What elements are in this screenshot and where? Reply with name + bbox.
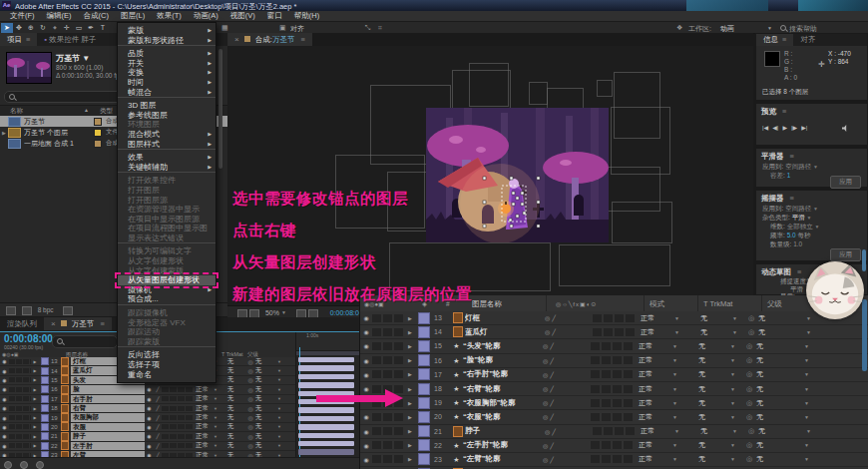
quality-icon[interactable]: ╱ [154,424,162,430]
layer-row[interactable]: ◉ ▶ 18 右臂 ◉ ╱ 正常 ▼ 无 ◎ 无 ▼ [0,404,295,413]
layer-name[interactable]: 衣服胸部 [71,413,145,421]
motionblur-toggle-icon[interactable] [36,461,44,469]
mode-dropdown-icon[interactable]: ▼ [672,371,684,377]
col-type[interactable]: 类型 [100,107,113,116]
context-menu-item[interactable]: 跟踪运动 ▶ [118,327,216,337]
eye-icon[interactable]: ◉ [0,443,9,449]
tab-align[interactable]: 对齐 [793,34,822,46]
layer-switches[interactable]: ◎╱ [543,371,591,378]
mask-tool-icon[interactable]: ▦ [221,24,228,32]
panel-menu-icon[interactable]: ≡ [26,35,30,44]
trkmat-value[interactable]: 无 [700,327,732,337]
context-menu-item[interactable]: 打开图层源 ▶ [118,196,216,206]
layer-bar[interactable] [298,416,354,421]
context-menu-item[interactable]: 开关 ▶ [118,59,216,69]
expander-icon[interactable]: ▶ [31,368,39,373]
layer-row[interactable]: ◉ ▶ 17 “右手肘”轮廓 ◎╱ 正常 ▼ 无 ▼ ◎ 无 ▼ [360,368,868,382]
sort-icon[interactable]: ▲ [84,107,89,113]
parent-value[interactable]: 无 [756,341,804,351]
eye-icon[interactable]: ◉ [360,342,372,349]
parent-value[interactable]: 无 [255,422,277,431]
context-menu-item[interactable]: 从矢量图层创建形状 ▶ [118,275,216,285]
transport-button[interactable]: ◀| [772,124,778,131]
parent-pickwhip-icon[interactable]: ◎ [245,358,255,365]
parent-value[interactable]: 无 [756,369,804,379]
context-menu-item[interactable]: 关键帧辅助 ▶ [118,163,216,174]
parent-value[interactable]: 无 [255,432,277,441]
label-color[interactable] [41,423,49,431]
layer-name[interactable]: “右手肘”轮廓 [463,369,543,379]
expander-icon[interactable]: ▶ [404,357,416,363]
switch-boxes[interactable] [162,387,194,392]
eye-icon[interactable]: ◉ [0,386,9,392]
switch-boxes[interactable] [162,434,194,439]
context-menu-item[interactable]: 重命名 ▶ [118,370,216,380]
layer-name[interactable]: “右臂”轮廓 [463,384,543,394]
tool-button[interactable]: ▭ [73,23,85,33]
folder-icon[interactable] [6,306,16,315]
trkmat-value[interactable]: 无 [227,375,245,384]
viewer-timecode[interactable]: 0:00:08:00 [330,309,363,316]
av-toggles[interactable] [9,443,31,448]
panel-menu-icon[interactable]: ≡ [782,107,786,116]
shy-icon[interactable]: ◉ [145,386,154,392]
parent-pickwhip-icon[interactable]: ◎ [245,376,255,383]
eye-icon[interactable]: ◉ [0,358,9,364]
parent-dropdown-icon[interactable]: ▼ [804,442,816,448]
layer-bar[interactable] [298,357,354,362]
col-mode[interactable]: 模式 [650,299,664,309]
parent-value[interactable]: 无 [756,412,804,422]
layer-bar[interactable] [298,407,354,412]
label-color[interactable] [418,312,430,324]
context-menu-item[interactable]: 变换 ▶ [118,68,216,78]
parent-value[interactable]: 无 [756,398,804,408]
layer-name[interactable]: “衣服胸部”轮廓 [463,398,543,408]
panel-menu-icon[interactable]: ≡ [782,35,786,44]
label-color[interactable] [41,442,49,450]
label-color[interactable] [41,376,49,384]
layer-row[interactable]: ◉ ▶ 20 “衣服”轮廓 ◎╱ 正常 ▼ 无 ▼ ◎ 无 ▼ [360,410,868,424]
transport-button[interactable]: ▶ [782,124,787,131]
parent-value[interactable]: 无 [758,426,806,436]
transport-button[interactable]: |◀ [762,124,768,131]
layer-name[interactable]: “左臂”轮廓 [463,454,543,464]
wiggler-apply-button[interactable]: 应用 [830,248,861,261]
quality-icon[interactable]: ╱ [154,386,162,392]
context-menu-item[interactable]: 图层样式 ▶ [118,140,216,151]
trkmat-value[interactable]: 无 [227,422,245,431]
context-menu-item[interactable]: 在资源管理器中显示 ▶ [118,205,216,215]
blend-mode[interactable]: 正常 [635,369,672,379]
switch-boxes[interactable] [162,396,194,401]
mode-dropdown-icon[interactable]: ▼ [672,357,684,363]
blend-mode[interactable]: 正常 [194,441,214,450]
parent-dropdown-icon[interactable]: ▼ [806,315,818,321]
parent-dropdown-icon[interactable]: ▼ [804,386,816,392]
parent-pickwhip-icon[interactable]: ◎ [245,386,255,393]
mode-dropdown-icon[interactable]: ▼ [672,414,684,420]
shy-icon[interactable]: ◉ [145,396,154,402]
menu-item[interactable]: 文件(F) [4,11,41,21]
label-color[interactable] [41,395,49,403]
layer-switches[interactable]: ◎╱ [543,399,591,406]
trkmat-value[interactable]: 无 [227,357,245,366]
shy-icon[interactable]: ◉ [145,415,154,421]
layer-row[interactable]: ◉ ▶ 14 蓝瓜灯 ◎╱ 正常 ▼ 无 ▼ ◎ 无 ▼ [360,325,868,339]
trkmat-dropdown-icon[interactable]: ▼ [732,315,744,321]
tab-project[interactable]: 项目≡ [0,33,37,46]
tab-info[interactable]: 信息≡ [756,34,793,46]
tool-button[interactable]: ✥ [13,23,25,33]
context-menu-item[interactable]: 混合模式 ▶ [118,130,216,140]
zoom-value[interactable]: 50% [265,309,279,316]
parent-pickwhip-icon[interactable]: ◎ [245,433,255,440]
trkmat-value[interactable]: 无 [700,426,732,436]
parent-pickwhip-icon[interactable]: ◎ [742,413,756,421]
parent-dropdown-icon[interactable]: ▼ [277,434,284,439]
col-parent[interactable]: 父级 [767,299,782,309]
close-icon[interactable]: × [51,319,56,328]
shy-toggle-icon[interactable] [4,461,12,469]
layer-name[interactable]: “左手肘”轮廓 [463,440,543,450]
expander-icon[interactable]: ▶ [31,396,39,401]
tab-composition[interactable]: × 合成:万圣节 ≡ [227,33,312,46]
label-color[interactable] [418,439,430,451]
title-bar[interactable]: Ae Adobe After Effects CC 2015 - C:\User… [0,0,868,11]
